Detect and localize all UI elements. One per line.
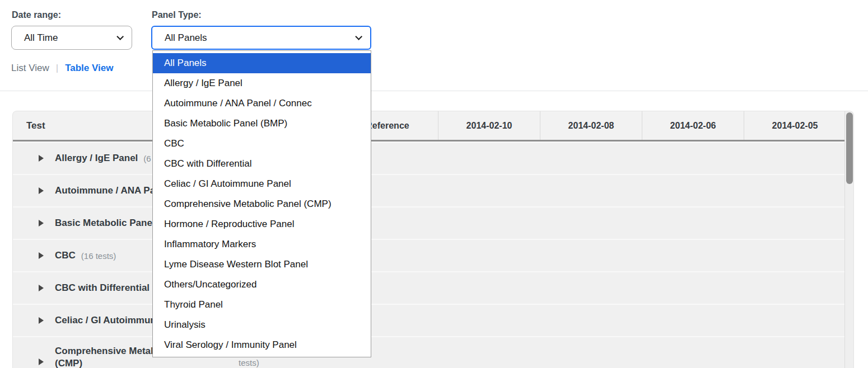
dropdown-option[interactable]: Lyme Disease Western Blot Panel <box>153 254 371 275</box>
column-header-date[interactable]: 2014-02-06 <box>642 111 744 140</box>
table-row[interactable]: Allergy / IgE Panel (6 tests) <box>13 141 846 174</box>
table-view-link[interactable]: Table View <box>65 63 113 74</box>
expand-arrow-icon[interactable] <box>39 358 44 365</box>
dropdown-option[interactable]: Comprehensive Metabolic Panel (CMP) <box>153 194 371 214</box>
date-range-select[interactable]: All Time <box>11 26 132 50</box>
column-header-date[interactable]: 2014-02-08 <box>540 111 642 140</box>
expand-arrow-icon[interactable] <box>39 187 44 194</box>
section-divider <box>0 91 868 91</box>
panel-type-select[interactable]: All Panels <box>151 26 371 50</box>
dropdown-option[interactable]: Thyroid Panel <box>153 295 371 315</box>
dropdown-option[interactable]: CBC <box>153 134 371 154</box>
chevron-down-icon <box>116 33 124 40</box>
column-header-date[interactable]: 2014-02-05 <box>744 111 846 140</box>
dropdown-option[interactable]: Celiac / GI Autoimmune Panel <box>153 174 371 194</box>
dropdown-option[interactable]: CBC with Differential <box>153 154 371 174</box>
list-view-link[interactable]: List View <box>11 63 49 74</box>
test-count: (16 tests) <box>81 251 116 261</box>
dropdown-option[interactable]: Autoimmune / ANA Panel / Connec <box>153 93 371 114</box>
view-toggle: List View | Table View <box>11 63 113 74</box>
expand-arrow-icon[interactable] <box>39 317 44 324</box>
dropdown-option[interactable]: Viral Serology / Immunity Panel <box>153 335 371 355</box>
expand-arrow-icon[interactable] <box>39 252 44 259</box>
table-row[interactable]: CBC (16 tests) <box>13 239 846 271</box>
expand-arrow-icon[interactable] <box>39 285 44 291</box>
panel-type-dropdown: All Panels Allergy / IgE Panel Autoimmun… <box>152 50 371 357</box>
table-row[interactable]: Comprehensive Metabolic Panel (CMP) (1 t… <box>13 336 846 368</box>
table-row[interactable]: Autoimmune / ANA Panel / Connec <box>13 174 846 206</box>
table-row[interactable]: Celiac / GI Autoimmune Panel <box>13 304 846 336</box>
dropdown-option[interactable]: Allergy / IgE Panel <box>153 73 371 93</box>
table-row[interactable]: Basic Metabolic Panel (BMP) <box>13 206 846 239</box>
dropdown-option[interactable]: All Panels <box>153 53 371 73</box>
panel-type-value: All Panels <box>165 32 207 44</box>
dropdown-option[interactable]: Others/Uncategorized <box>153 275 371 295</box>
dropdown-option[interactable]: Urinalysis <box>153 315 371 335</box>
table-row[interactable]: CBC with Differential ( <box>13 271 846 304</box>
dropdown-option[interactable]: Inflammatory Markers <box>153 234 371 254</box>
view-separator: | <box>56 63 58 74</box>
scrollbar-thumb[interactable] <box>846 112 853 184</box>
dropdown-option[interactable]: Basic Metabolic Panel (BMP) <box>153 114 371 134</box>
results-table: Test Reference 2014-02-10 2014-02-08 201… <box>12 111 854 368</box>
table-header-row: Test Reference 2014-02-10 2014-02-08 201… <box>13 111 846 141</box>
panel-name: CBC <box>55 250 76 261</box>
vertical-scrollbar[interactable] <box>844 111 853 368</box>
date-range-value: All Time <box>24 32 58 44</box>
column-header-date[interactable]: 2014-02-10 <box>438 111 540 140</box>
date-range-label: Date range: <box>12 10 61 20</box>
expand-arrow-icon[interactable] <box>39 220 44 227</box>
expand-arrow-icon[interactable] <box>39 155 44 162</box>
chevron-down-icon <box>355 33 362 40</box>
panel-type-label: Panel Type: <box>152 10 202 20</box>
dropdown-option[interactable]: Hormone / Reproductive Panel <box>153 214 371 234</box>
panel-name: Allergy / IgE Panel <box>55 153 138 164</box>
panel-name: CBC with Differential <box>55 282 150 294</box>
